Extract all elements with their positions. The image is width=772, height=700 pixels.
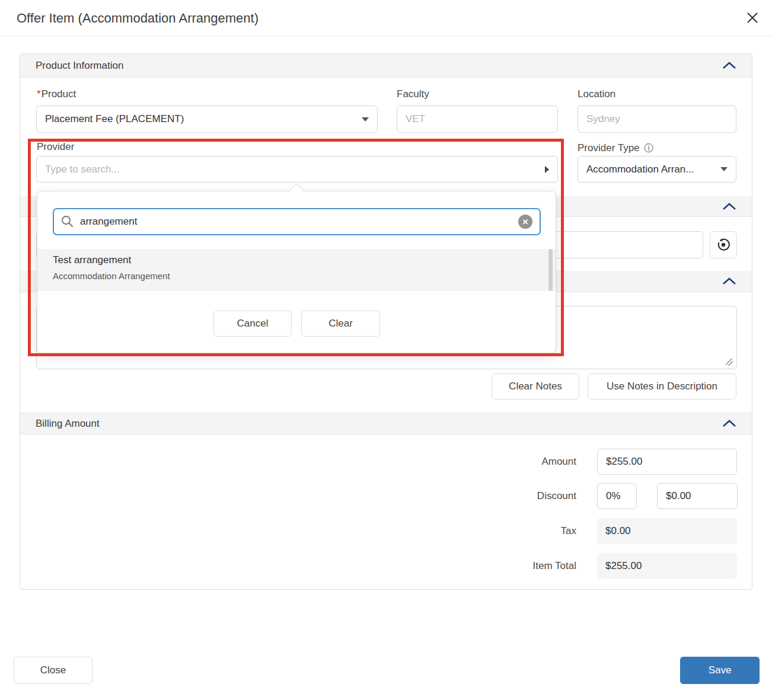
provider-search-field[interactable]: Type to search... xyxy=(36,156,558,183)
product-information-header[interactable]: Product Information xyxy=(20,54,752,78)
collapse-chevron-icon[interactable] xyxy=(722,420,736,427)
info-icon[interactable]: ⓘ xyxy=(645,142,654,155)
use-notes-in-description-button[interactable]: Use Notes in Description xyxy=(588,373,736,399)
product-select-value: Placement Fee (PLACEMENT) xyxy=(45,113,184,125)
amount-field[interactable] xyxy=(597,449,737,475)
tax-label: Tax xyxy=(422,518,576,544)
item-total-value: $255.00 xyxy=(597,553,737,579)
required-asterisk: * xyxy=(37,88,41,100)
clear-search-icon[interactable]: ✕ xyxy=(518,215,532,229)
save-button[interactable]: Save xyxy=(680,657,760,684)
product-select[interactable]: Placement Fee (PLACEMENT) xyxy=(36,106,378,133)
popup-scrollbar[interactable] xyxy=(548,249,553,291)
search-result-item[interactable]: Test arrangement Accommodation Arrangeme… xyxy=(37,249,556,291)
discount-label: Discount xyxy=(422,483,576,509)
location-label: Location xyxy=(578,88,615,103)
provider-type-select[interactable]: Accommodation Arran... xyxy=(578,156,736,183)
close-button[interactable]: Close xyxy=(14,657,92,684)
offer-item-modal: Offer Item (Accommodation Arrangement) P… xyxy=(0,0,772,700)
restore-button[interactable] xyxy=(710,231,737,258)
discount-amount-field[interactable] xyxy=(657,483,738,509)
product-information-label: Product Information xyxy=(36,60,123,72)
cancel-button[interactable]: Cancel xyxy=(213,311,292,337)
clear-notes-button[interactable]: Clear Notes xyxy=(492,373,579,399)
result-subtitle: Accommodation Arrangement xyxy=(53,271,170,281)
billing-amount-header[interactable]: Billing Amount xyxy=(20,413,752,434)
provider-search-popup: ✕ Test arrangement Accommodation Arrange… xyxy=(37,191,556,353)
modal-header: Offer Item (Accommodation Arrangement) xyxy=(0,0,772,36)
popup-search-input[interactable] xyxy=(80,209,519,234)
close-icon[interactable] xyxy=(742,8,763,28)
tax-value: $0.00 xyxy=(597,518,737,544)
chevron-down-icon xyxy=(720,167,728,171)
provider-type-label-row: Provider Type ⓘ xyxy=(578,141,654,155)
popup-search-box: ✕ xyxy=(53,208,541,235)
provider-type-label: Provider Type xyxy=(578,142,640,154)
resize-grip[interactable] xyxy=(726,359,733,366)
chevron-right-icon xyxy=(545,166,549,173)
provider-label: Provider xyxy=(37,141,74,155)
chevron-down-icon xyxy=(362,117,369,122)
clear-button[interactable]: Clear xyxy=(301,311,380,337)
collapse-chevron-icon[interactable] xyxy=(722,62,736,69)
restore-icon xyxy=(716,237,731,252)
faculty-field[interactable] xyxy=(397,106,558,133)
collapse-chevron-icon[interactable] xyxy=(722,203,736,210)
location-field[interactable] xyxy=(578,106,736,133)
amount-label: Amount xyxy=(422,449,576,475)
item-total-label: Item Total xyxy=(422,553,576,579)
search-icon xyxy=(61,215,74,230)
provider-type-value: Accommodation Arran... xyxy=(586,164,694,175)
result-title: Test arrangement xyxy=(53,254,131,266)
provider-placeholder: Type to search... xyxy=(45,164,120,175)
discount-percent-field[interactable] xyxy=(597,483,637,509)
product-label: *Product xyxy=(37,88,76,103)
collapse-chevron-icon[interactable] xyxy=(722,277,736,285)
faculty-label: Faculty xyxy=(397,88,429,103)
billing-amount-label: Billing Amount xyxy=(36,418,100,430)
modal-title: Offer Item (Accommodation Arrangement) xyxy=(17,0,259,36)
